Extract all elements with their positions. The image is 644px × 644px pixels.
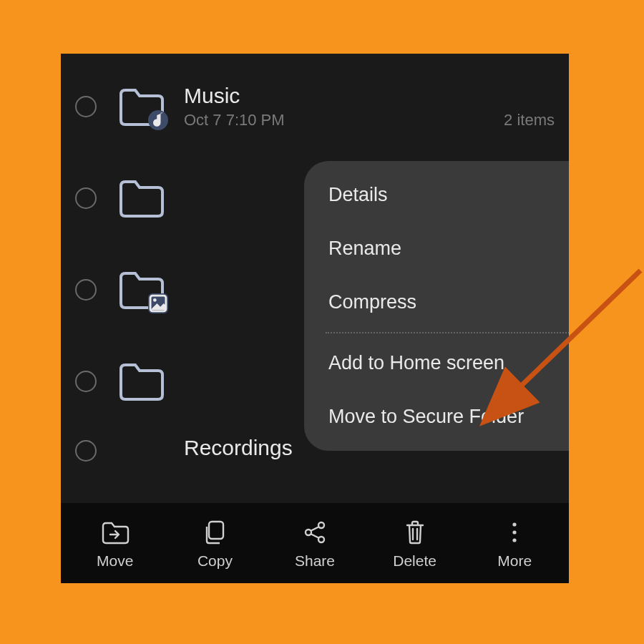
button-label: Delete: [393, 552, 436, 570]
checkbox-icon[interactable]: [75, 440, 97, 462]
folder-icon: [118, 87, 164, 126]
picture-icon: [148, 293, 168, 313]
file-name: Music: [184, 84, 555, 108]
checkbox-icon[interactable]: [75, 96, 97, 117]
checkbox-icon[interactable]: [75, 279, 97, 301]
menu-item-rename[interactable]: Rename: [304, 222, 569, 275]
menu-divider: [326, 332, 569, 333]
more-vertical-icon: [511, 517, 518, 548]
move-button[interactable]: Move: [65, 517, 165, 570]
phone-screen: Music Oct 7 7:10 PM 2 items: [61, 54, 569, 583]
music-note-icon: [148, 110, 168, 130]
file-item-music[interactable]: Music Oct 7 7:10 PM 2 items: [61, 61, 569, 152]
file-info: Music Oct 7 7:10 PM 2 items: [184, 84, 555, 130]
bottom-action-bar: Move Copy Share Delete More: [61, 503, 569, 583]
context-menu: Details Rename Compress Add to Home scre…: [304, 161, 569, 451]
svg-point-8: [513, 538, 517, 542]
delete-button[interactable]: Delete: [365, 517, 465, 570]
svg-point-1: [153, 298, 157, 302]
file-count: 2 items: [504, 111, 555, 130]
checkbox-icon[interactable]: [75, 371, 97, 392]
share-button[interactable]: Share: [265, 517, 365, 570]
menu-item-compress[interactable]: Compress: [304, 275, 569, 329]
button-label: More: [497, 552, 532, 570]
button-label: Move: [97, 552, 133, 570]
menu-item-add-home[interactable]: Add to Home screen: [304, 336, 569, 390]
copy-button[interactable]: Copy: [165, 517, 265, 570]
menu-item-secure-folder[interactable]: Move to Secure Folder: [304, 390, 569, 444]
svg-point-7: [513, 530, 517, 534]
folder-icon: [118, 270, 164, 309]
folder-icon: [118, 362, 164, 401]
checkbox-icon[interactable]: [75, 187, 97, 209]
copy-icon: [203, 517, 227, 548]
button-label: Copy: [197, 552, 233, 570]
trash-icon: [404, 517, 426, 548]
more-button[interactable]: More: [464, 517, 565, 570]
file-date: Oct 7 7:10 PM: [184, 111, 285, 130]
svg-rect-2: [209, 522, 223, 539]
svg-point-6: [513, 522, 517, 526]
button-label: Share: [295, 552, 335, 570]
move-icon: [101, 517, 130, 548]
menu-item-details[interactable]: Details: [304, 168, 569, 222]
share-icon: [302, 517, 328, 548]
folder-icon: [118, 179, 164, 218]
